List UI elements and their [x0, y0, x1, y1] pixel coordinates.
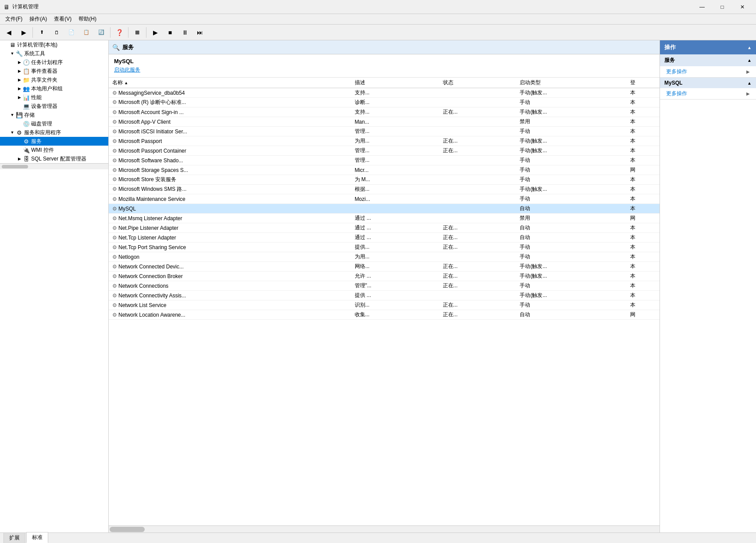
table-row[interactable]: ⚙Network List Service 识别... 正在... 手动 本 [109, 300, 660, 310]
maximize-button[interactable]: □ [712, 0, 732, 14]
tree-label-task-scheduler: 任务计划程序 [31, 59, 63, 66]
table-row[interactable]: ⚙Microsoft Windows SMS 路... 根据... 手动(触发.… [109, 185, 660, 194]
menu-view[interactable]: 查看(V) [50, 14, 75, 24]
table-row[interactable]: ⚙Microsoft App-V Client Man... 禁用 本 [109, 117, 660, 127]
table-row[interactable]: ⚙Microsoft Software Shado... 管理... 手动 本 [109, 156, 660, 165]
forward-button[interactable]: ▶ [17, 26, 31, 39]
menu-file[interactable]: 文件(F) [2, 14, 26, 24]
action-item-0-0[interactable]: 更多操作 ▶ [660, 66, 756, 77]
sidebar-item-computer-mgmt[interactable]: 🖥计算机管理(本地) [0, 40, 108, 49]
app-icon: 🖥 [4, 4, 10, 11]
service-login-cell: 本 [627, 272, 660, 281]
sidebar-item-system-tools[interactable]: ▼🔧系统工具 [0, 49, 108, 58]
sidebar-hscroll[interactable] [0, 163, 108, 169]
actions-collapse-icon[interactable]: ▲ [747, 45, 752, 50]
sidebar-item-wmi[interactable]: 🔌WMI 控件 [0, 146, 108, 154]
pause-button[interactable]: ⏸ [178, 26, 192, 39]
skip-button[interactable]: ⏭ [193, 26, 207, 39]
table-row[interactable]: ⚙Microsoft iSCSI Initiator Ser... 管理... … [109, 127, 660, 136]
start-service-link[interactable]: 启动此服务 [114, 66, 654, 74]
service-login-cell: 本 [627, 136, 660, 146]
menu-action[interactable]: 操作(A) [26, 14, 50, 24]
expand-icon-services-apps[interactable]: ▼ [9, 129, 16, 136]
tab-standard[interactable]: 标准 [26, 532, 48, 543]
col-desc[interactable]: 描述 [351, 78, 439, 88]
table-row[interactable]: ⚙Net.Msmq Listener Adapter 通过 ... 禁用 网 [109, 214, 660, 223]
action-item-1-0[interactable]: 更多操作 ▶ [660, 88, 756, 99]
tab-expand[interactable]: 扩展 [4, 532, 25, 543]
sidebar-item-task-scheduler[interactable]: ▶🕐任务计划程序 [0, 58, 108, 67]
back-button[interactable]: ◀ [2, 26, 16, 39]
expand-icon-storage[interactable]: ▼ [9, 111, 16, 118]
tree-icon-storage: 💾 [16, 111, 23, 118]
sidebar-item-local-users[interactable]: ▶👥本地用户和组 [0, 84, 108, 93]
table-row[interactable]: ⚙Microsoft Passport 为用... 正在... 手动(触发...… [109, 136, 660, 146]
table-row[interactable]: ⚙Netlogon 为用... 手动 本 [109, 252, 660, 262]
expand-icon-system-tools[interactable]: ▼ [9, 50, 16, 57]
service-desc-cell: 识别... [351, 300, 439, 310]
service-desc-cell: Micr... [351, 165, 439, 175]
col-status[interactable]: 状态 [439, 78, 517, 88]
expand-icon-event-viewer[interactable]: ▶ [16, 68, 23, 75]
service-icon: ⚙ [112, 186, 117, 192]
table-row[interactable]: ⚙Network Connected Devic... 网络... 正在... … [109, 262, 660, 272]
table-row[interactable]: ⚙Microsoft Passport Container 管理... 正在..… [109, 146, 660, 156]
sidebar-item-services[interactable]: ⚙服务 [0, 137, 108, 146]
play-button[interactable]: ▶ [148, 26, 162, 39]
service-login-cell: 本 [627, 262, 660, 272]
table-row[interactable]: ⚙Net.Tcp Port Sharing Service 提供... 正在..… [109, 243, 660, 252]
col-login[interactable]: 登 [627, 78, 660, 88]
table-row[interactable]: ⚙Net.Pipe Listener Adapter 通过 ... 正在... … [109, 223, 660, 233]
table-row[interactable]: ⚙Microsoft Account Sign-in ... 支持... 正在.… [109, 107, 660, 117]
sidebar-item-performance[interactable]: ▶📊性能 [0, 93, 108, 102]
service-name-cell: ⚙Microsoft Store 安装服务 [109, 175, 351, 185]
table-row[interactable]: ⚙Network Connectivity Assis... 提供 ... 手动… [109, 291, 660, 300]
refresh-button[interactable]: 🔄 [94, 26, 108, 39]
h-scroll-bar[interactable] [109, 525, 660, 532]
service-startup-cell: 手动(触发... [516, 185, 626, 194]
stop-button[interactable]: ■ [163, 26, 177, 39]
properties-button[interactable]: 📋 [79, 26, 93, 39]
table-row[interactable]: ⚙Network Connection Broker 允许 ... 正在... … [109, 272, 660, 281]
table-row[interactable]: ⚙Microsoft (R) 诊断中心标准... 诊断... 手动 本 [109, 98, 660, 107]
sidebar-item-event-viewer[interactable]: ▶📋事件查看器 [0, 67, 108, 75]
col-name[interactable]: 名称 ▲ [109, 78, 351, 88]
close-button[interactable]: ✕ [732, 0, 752, 14]
table-row[interactable]: ⚙Network Location Awarene... 收集... 正在...… [109, 310, 660, 320]
sidebar-item-sql-server[interactable]: ▶🗄SQL Server 配置管理器 [0, 154, 108, 163]
table-row[interactable]: ⚙Microsoft Store 安装服务 为 M... 手动 本 [109, 175, 660, 185]
expand-icon-task-scheduler[interactable]: ▶ [16, 59, 23, 66]
table-row[interactable]: ⚙MySQL 自动 本 [109, 204, 660, 214]
table-row[interactable]: ⚙Mozilla Maintenance Service Mozi... 手动 … [109, 194, 660, 204]
actions-section-title-0[interactable]: 服务 ▲ [660, 54, 756, 66]
up-button[interactable]: ⬆ [35, 26, 49, 39]
show-hide-tree[interactable]: 🗒 [50, 26, 64, 39]
sidebar-item-storage[interactable]: ▼💾存储 [0, 111, 108, 119]
table-row[interactable]: ⚙Network Connections 管理"... 正在... 手动 本 [109, 281, 660, 291]
tree-label-services: 服务 [31, 138, 42, 145]
table-row[interactable]: ⚙Net.Tcp Listener Adapter 通过 ... 正在... 自… [109, 233, 660, 243]
service-startup-cell: 自动 [516, 204, 626, 214]
menu-help[interactable]: 帮助(H) [75, 14, 100, 24]
expand-icon-sql-server[interactable]: ▶ [16, 155, 23, 162]
tree-label-event-viewer: 事件查看器 [31, 68, 57, 75]
service-name-cell: ⚙Net.Pipe Listener Adapter [109, 223, 351, 233]
minimize-button[interactable]: — [692, 0, 712, 14]
actions-section-0: 服务 ▲ 更多操作 ▶ [660, 54, 756, 78]
col-startup[interactable]: 启动类型 [516, 78, 626, 88]
sidebar-item-disk-mgmt[interactable]: 💿磁盘管理 [0, 119, 108, 128]
sidebar-item-device-manager[interactable]: 💻设备管理器 [0, 102, 108, 111]
table-row[interactable]: ⚙MessagingService_dba0b54 支持... 手动(触发...… [109, 88, 660, 98]
expand-icon-local-users[interactable]: ▶ [16, 85, 23, 92]
sidebar-item-shared-folders[interactable]: ▶📁共享文件夹 [0, 75, 108, 84]
expand-icon-shared-folders[interactable]: ▶ [16, 76, 23, 83]
sidebar-item-services-apps[interactable]: ▼⚙服务和应用程序 [0, 128, 108, 137]
help-button[interactable]: ❓ [112, 26, 126, 39]
expand-placeholder-disk-mgmt [16, 120, 23, 127]
expand-icon-performance[interactable]: ▶ [16, 94, 23, 101]
view-button[interactable]: ▦ [130, 26, 144, 39]
show-hide-action[interactable]: 📄 [64, 26, 78, 39]
search-icon: 🔍 [112, 44, 120, 51]
table-row[interactable]: ⚙Microsoft Storage Spaces S... Micr... 手… [109, 165, 660, 175]
actions-section-title-1[interactable]: MySQL ▲ [660, 78, 756, 88]
